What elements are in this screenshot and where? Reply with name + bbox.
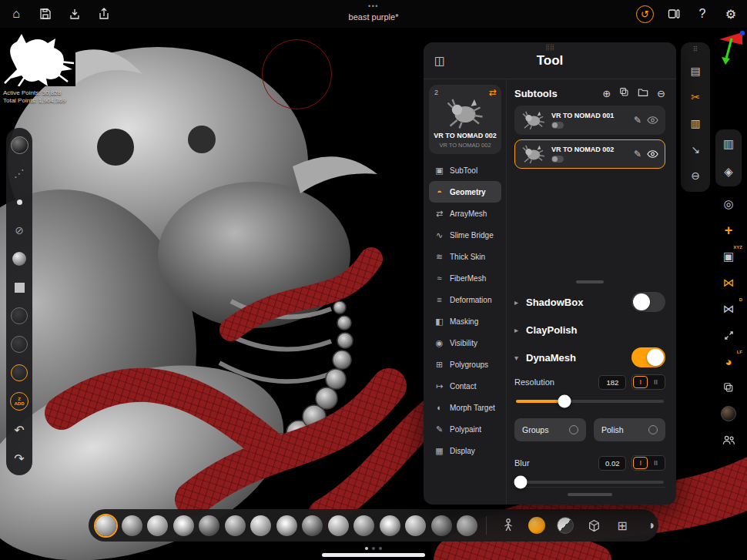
lighting-icon[interactable]: ◕LF: [720, 353, 737, 370]
brush-thumbnail-selected[interactable]: [95, 515, 116, 536]
matcap-half-icon[interactable]: [556, 516, 574, 535]
size-ring-icon[interactable]: [10, 307, 28, 325]
home-indicator[interactable]: [322, 553, 425, 557]
focal-ring-icon[interactable]: [10, 364, 28, 382]
tool-menu-polypaint[interactable]: ✎Polypaint: [429, 418, 501, 440]
edit-pencil-icon[interactable]: ✎: [634, 115, 641, 126]
copy-view-icon[interactable]: [720, 379, 737, 396]
tool-menu-display[interactable]: ▦Display: [429, 440, 501, 461]
help-icon[interactable]: ?: [694, 5, 711, 22]
document-menu-dots-icon[interactable]: •••: [349, 3, 399, 10]
symmetry-icon[interactable]: ⋈: [720, 274, 737, 291]
resolution-slider-knob[interactable]: [558, 395, 571, 408]
share-icon[interactable]: [95, 5, 112, 22]
reference-thumbnail[interactable]: [2, 31, 75, 86]
segment-one[interactable]: I: [633, 376, 648, 388]
blur-slider-knob[interactable]: [514, 476, 527, 489]
resolution-value[interactable]: 182: [598, 375, 626, 390]
save-icon[interactable]: [37, 5, 54, 22]
tool-menu-contact[interactable]: ↦Contact: [429, 375, 501, 397]
window-panel-icon[interactable]: ▤: [687, 62, 704, 79]
segment-one[interactable]: I: [633, 457, 648, 469]
remove-subtool-icon[interactable]: ⊖: [657, 88, 665, 99]
import-icon[interactable]: [66, 5, 83, 22]
blur-slider[interactable]: [516, 481, 664, 484]
add-subtool-icon[interactable]: ⊕: [602, 88, 611, 99]
tool-menu-polygroups[interactable]: ⊞Polygroups: [429, 354, 501, 375]
tool-menu-geometry[interactable]: ◓Geometry: [429, 181, 501, 203]
tool-menu-deformation[interactable]: ≡Deformation: [429, 289, 501, 310]
dynamesh-toggle[interactable]: [631, 347, 665, 367]
stroke-dots-icon[interactable]: ⋰: [10, 164, 28, 183]
brush-tip-dot-icon[interactable]: [10, 193, 28, 211]
pose-figure-icon[interactable]: [499, 516, 518, 535]
blur-value[interactable]: 0.02: [598, 456, 627, 471]
document-title-group[interactable]: ••• beast purple*: [349, 3, 399, 22]
axis-gizmo[interactable]: [712, 29, 745, 65]
groups-button[interactable]: Groups: [514, 418, 586, 441]
visibility-eye-icon[interactable]: [647, 116, 658, 125]
collapse-icon[interactable]: ⊖: [687, 167, 704, 184]
brush-thumbnail[interactable]: [405, 515, 426, 536]
brush-thumbnail[interactable]: [457, 515, 477, 536]
tool-menu-thick-skin[interactable]: ≋Thick Skin: [429, 246, 501, 267]
brush-thumbnail[interactable]: [353, 515, 374, 536]
falloff-sphere-icon[interactable]: [10, 250, 28, 268]
view-panel-icon[interactable]: ▥: [720, 136, 737, 153]
film-frames-icon[interactable]: ▥: [687, 115, 704, 132]
multiuser-icon[interactable]: [720, 431, 737, 448]
undo-icon[interactable]: ↶: [10, 421, 28, 439]
shadowbox-toggle[interactable]: [631, 292, 665, 312]
panel-sidebar-toggle-icon[interactable]: ◫: [434, 54, 445, 68]
dynamesh-section[interactable]: ▾ DynaMesh: [514, 344, 665, 371]
active-tool-card[interactable]: 2 ⇄ VR TO NOMAD 002 VR TO NOMAD 002: [429, 85, 501, 154]
tool-menu-arraymesh[interactable]: ⇄ArrayMesh: [429, 203, 501, 224]
history-icon[interactable]: ↺: [636, 5, 654, 23]
matcap-sphere-icon[interactable]: [720, 405, 737, 422]
alpha-square-icon[interactable]: [10, 278, 28, 297]
section-drag-handle[interactable]: [576, 280, 604, 283]
brush-thumbnail[interactable]: [122, 515, 142, 536]
tool-menu-slime-bridge[interactable]: ∿Slime Bridge: [429, 224, 501, 246]
no-smooth-icon[interactable]: ⊘: [10, 221, 28, 240]
panel-bottom-handle[interactable]: [568, 493, 612, 496]
symmetry-d-icon[interactable]: ⋈D: [720, 300, 737, 317]
brush-thumbnail[interactable]: [276, 515, 297, 536]
brush-thumbnail[interactable]: [173, 515, 194, 536]
claypolish-section[interactable]: ▸ ClayPolish: [514, 316, 665, 344]
tool-menu-fibermesh[interactable]: ≈FiberMesh: [429, 267, 501, 289]
subtool-mini-toggle[interactable]: [551, 122, 564, 129]
brush-thumbnail[interactable]: [199, 515, 219, 536]
subtool-row-selected[interactable]: VR TO NOMAD 002 ✎: [514, 139, 665, 169]
subtool-mini-toggle[interactable]: [551, 156, 564, 163]
brush-thumbnail[interactable]: [147, 515, 168, 536]
intensity-ring-icon[interactable]: [10, 335, 28, 354]
split-scissors-icon[interactable]: ✂: [687, 89, 704, 106]
tool-menu-visibility[interactable]: ◉Visibility: [429, 332, 501, 354]
shadowbox-section[interactable]: ▸ ShadowBox: [514, 288, 665, 316]
gizmo-icon[interactable]: +: [720, 222, 737, 239]
brush-thumbnail[interactable]: [328, 515, 349, 536]
resolution-slider[interactable]: [516, 400, 664, 403]
duplicate-subtool-icon[interactable]: [619, 87, 629, 99]
brush-thumbnail[interactable]: [431, 515, 452, 536]
wire-cube-icon[interactable]: [585, 516, 603, 535]
resize-arrow-icon[interactable]: ↘: [687, 141, 704, 158]
xyz-space-icon[interactable]: ▣XYZ: [720, 248, 737, 265]
brush-thumbnail[interactable]: [380, 515, 400, 536]
layout-icon[interactable]: [665, 5, 682, 22]
tool-menu-morph-target[interactable]: ◐Morph Target: [429, 397, 501, 418]
visibility-eye-icon[interactable]: [647, 149, 658, 159]
layers-icon[interactable]: ◈: [720, 163, 737, 180]
redo-icon[interactable]: ↷: [10, 449, 28, 468]
home-icon[interactable]: ⌂: [8, 5, 25, 22]
brush-thumbnail[interactable]: [225, 515, 246, 536]
brush-thumbnail[interactable]: [302, 515, 323, 536]
expand-icon[interactable]: [720, 327, 737, 344]
swap-tool-icon[interactable]: ⇄: [489, 87, 497, 98]
segment-two[interactable]: II: [648, 457, 664, 469]
zadd-mode-button[interactable]: ZADD: [10, 392, 28, 411]
tool-menu-masking[interactable]: ◧Masking: [429, 310, 501, 332]
segment-two[interactable]: II: [648, 376, 664, 388]
subtool-row[interactable]: VR TO NOMAD 001 ✎: [514, 106, 665, 135]
